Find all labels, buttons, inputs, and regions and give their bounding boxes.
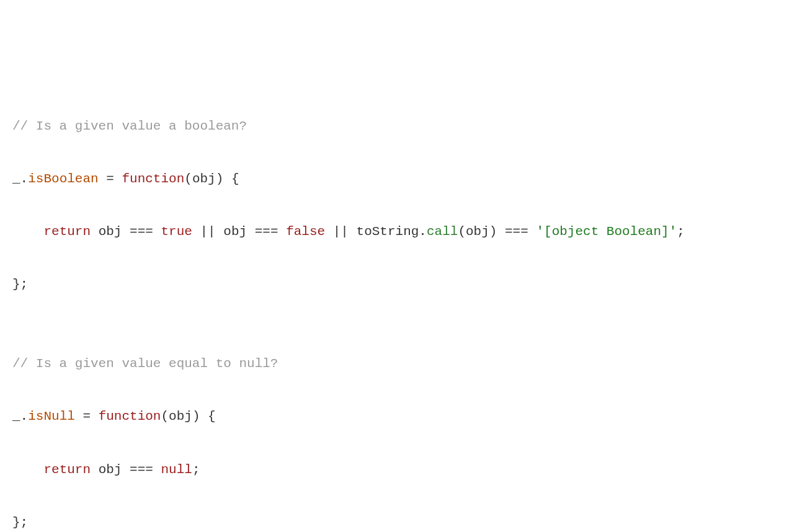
- signature: (obj) {: [184, 172, 239, 186]
- property-isNull: isNull: [28, 409, 75, 423]
- string-literal: '[object Boolean]': [536, 224, 677, 239]
- dot: .: [20, 409, 29, 423]
- expr: obj ===: [91, 224, 161, 239]
- close-brace: };: [12, 515, 28, 530]
- keyword-null: null: [161, 463, 192, 477]
- expr: || toString.: [325, 224, 427, 239]
- dot: .: [20, 172, 29, 186]
- semicolon: ;: [192, 463, 200, 477]
- code-line: _.isNull = function(obj) {: [12, 404, 798, 430]
- indent: [12, 224, 43, 239]
- code-line: // Is a given value a boolean?: [12, 113, 798, 140]
- expr: || obj ===: [192, 224, 286, 239]
- keyword-function: function: [99, 409, 161, 423]
- indent: [12, 463, 43, 477]
- code-line: return obj === null;: [12, 457, 798, 484]
- expr: (obj) ===: [458, 224, 536, 239]
- signature: (obj) {: [161, 409, 215, 423]
- code-line: };: [12, 510, 798, 532]
- underscore: _: [12, 409, 20, 423]
- method-call: call: [427, 224, 458, 239]
- semicolon: ;: [677, 224, 685, 239]
- code-line: return obj === true || obj === false || …: [12, 219, 798, 246]
- keyword-function: function: [122, 172, 184, 186]
- close-brace: };: [12, 277, 28, 291]
- expr: obj ===: [91, 463, 161, 477]
- code-line: _.isBoolean = function(obj) {: [12, 166, 798, 193]
- keyword-return: return: [43, 224, 91, 239]
- assign: =: [75, 409, 99, 423]
- code-line: };: [12, 272, 798, 298]
- assign: =: [99, 172, 122, 186]
- keyword-false: false: [286, 224, 325, 239]
- underscore: _: [12, 172, 20, 186]
- keyword-return: return: [43, 463, 91, 477]
- property-isBoolean: isBoolean: [28, 172, 98, 186]
- comment: // Is a given value a boolean?: [12, 119, 247, 133]
- code-line: // Is a given value equal to null?: [12, 351, 798, 378]
- keyword-true: true: [161, 224, 192, 239]
- comment: // Is a given value equal to null?: [12, 357, 278, 371]
